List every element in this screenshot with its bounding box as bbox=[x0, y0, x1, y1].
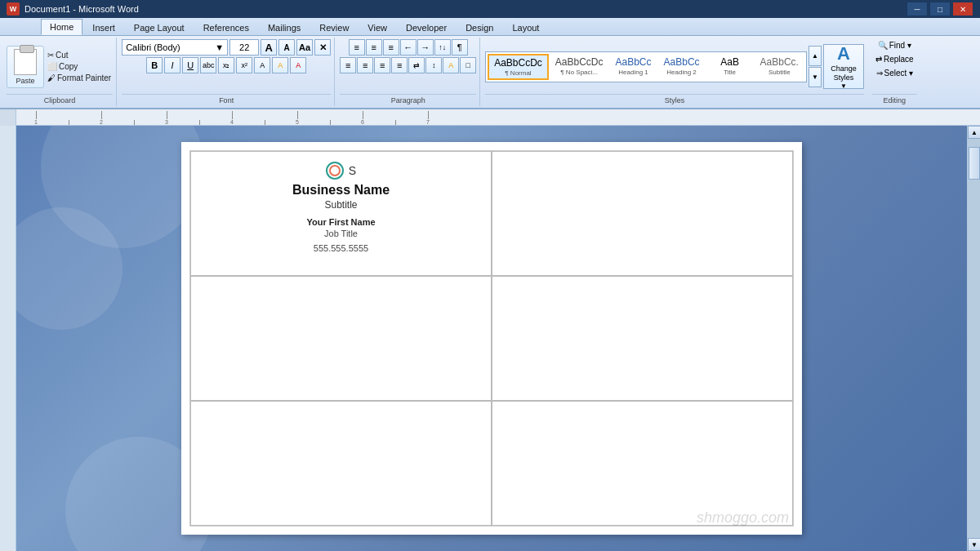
tab-review[interactable]: Review bbox=[310, 20, 358, 35]
bullets-button[interactable]: ≡ bbox=[349, 39, 365, 56]
card-cell-top-left[interactable]: S Business Name Subtitle Your First Name… bbox=[190, 151, 492, 276]
minimize-button[interactable]: ─ bbox=[906, 2, 928, 16]
card-cell-top-right[interactable] bbox=[492, 151, 793, 276]
replace-button[interactable]: ⇄ Replace bbox=[872, 53, 917, 65]
find-button[interactable]: 🔍 Find ▾ bbox=[875, 39, 915, 51]
align-left-button[interactable]: ≡ bbox=[340, 57, 356, 73]
justify-button[interactable]: ≡ bbox=[391, 57, 408, 73]
font-family-dropdown[interactable]: Calibri (Body) ▼ bbox=[122, 39, 228, 56]
style-h2-label: Heading 2 bbox=[664, 69, 700, 76]
tab-insert[interactable]: Insert bbox=[83, 20, 124, 35]
title-bar: W Document1 - Microsoft Word ─ □ ✕ bbox=[0, 0, 980, 18]
tab-home[interactable]: Home bbox=[41, 19, 82, 35]
tab-view[interactable]: View bbox=[359, 20, 396, 35]
style-normal-label: ¶ Normal bbox=[494, 69, 542, 77]
superscript-button[interactable]: x² bbox=[236, 57, 252, 73]
main-area: S Business Name Subtitle Your First Name… bbox=[0, 126, 980, 551]
subscript-button[interactable]: x₂ bbox=[218, 57, 234, 73]
card-person-name: Your First Name bbox=[306, 217, 375, 227]
cut-button[interactable]: ✂ Cut bbox=[46, 50, 113, 60]
editing-section: 🔍 Find ▾ ⇄ Replace ⇒ Select ▾ Editing bbox=[869, 38, 920, 106]
close-button[interactable]: ✕ bbox=[952, 2, 973, 16]
paintbrush-icon: 🖌 bbox=[47, 73, 56, 82]
style-heading2[interactable]: AaBbCc Heading 2 bbox=[658, 54, 706, 80]
style-heading1[interactable]: AaBbCc Heading 1 bbox=[610, 54, 657, 80]
scrollbar-thumb[interactable] bbox=[969, 147, 980, 180]
show-marks-button[interactable]: ¶ bbox=[452, 39, 468, 56]
clear-formatting-button[interactable]: ✕ bbox=[314, 39, 331, 56]
tab-layout[interactable]: Layout bbox=[503, 20, 548, 35]
change-styles-button[interactable]: A ChangeStyles ▼ bbox=[823, 44, 864, 89]
tab-references[interactable]: References bbox=[194, 20, 258, 35]
style-no-spacing[interactable]: AaBbCcDc ¶ No Spaci... bbox=[550, 54, 609, 80]
change-case-button[interactable]: Aа bbox=[296, 39, 313, 56]
document-area[interactable]: S Business Name Subtitle Your First Name… bbox=[16, 126, 967, 551]
style-normal[interactable]: AaBbCcDc ¶ Normal bbox=[488, 54, 549, 80]
style-subtitle[interactable]: AaBbCc. Subtitle bbox=[755, 54, 804, 80]
increase-indent-button[interactable]: → bbox=[417, 39, 434, 56]
ruler-mark bbox=[379, 120, 412, 125]
ruler-mark: 6 bbox=[346, 111, 379, 125]
paste-button[interactable]: Paste bbox=[7, 46, 44, 88]
format-painter-button[interactable]: 🖌 Format Painter bbox=[46, 73, 113, 83]
bold-button[interactable]: B bbox=[146, 57, 163, 73]
borders-button[interactable]: □ bbox=[460, 57, 476, 73]
multilevel-button[interactable]: ≡ bbox=[383, 39, 399, 56]
scrollbar-track[interactable] bbox=[968, 139, 980, 538]
numbering-button[interactable]: ≡ bbox=[366, 39, 382, 56]
highlight-button[interactable]: A bbox=[272, 57, 288, 73]
vertical-scrollbar[interactable]: ▲ ▼ bbox=[967, 126, 980, 551]
styles-scroll-down[interactable]: ▼ bbox=[808, 67, 822, 87]
font-color-button[interactable]: A bbox=[290, 57, 306, 73]
replace-icon: ⇄ bbox=[875, 55, 882, 64]
tab-mailings[interactable]: Mailings bbox=[259, 20, 310, 35]
replace-label: Replace bbox=[884, 55, 914, 64]
font-size-dropdown[interactable]: 22 bbox=[229, 39, 259, 56]
ruler-mark bbox=[118, 120, 150, 125]
card-business-name: Business Name bbox=[292, 183, 390, 198]
line-spacing-button[interactable]: ↕ bbox=[425, 57, 442, 73]
title-bar-controls: ─ □ ✕ bbox=[906, 2, 973, 16]
underline-button[interactable]: U bbox=[182, 57, 198, 73]
change-styles-label: ChangeStyles bbox=[831, 64, 857, 82]
align-right-button[interactable]: ≡ bbox=[374, 57, 390, 73]
paste-label: Paste bbox=[16, 77, 34, 85]
ruler-mark bbox=[183, 120, 216, 125]
tab-developer[interactable]: Developer bbox=[397, 20, 456, 35]
shading-button[interactable]: A bbox=[443, 57, 459, 73]
style-nospace-label: ¶ No Spaci... bbox=[555, 69, 604, 76]
italic-button[interactable]: I bbox=[164, 57, 180, 73]
style-h1-preview: AaBbCc bbox=[616, 56, 652, 68]
decrease-indent-button[interactable]: ← bbox=[400, 39, 416, 56]
tab-design[interactable]: Design bbox=[457, 20, 502, 35]
ruler-row: 1 2 3 4 5 6 7 bbox=[0, 109, 980, 126]
para-row-1: ≡ ≡ ≡ ← → ↑↓ ¶ bbox=[349, 39, 468, 56]
select-button[interactable]: ⇒ Select ▾ bbox=[873, 67, 917, 79]
style-normal-preview: AaBbCcDc bbox=[494, 57, 542, 69]
clear-icon: ✕ bbox=[319, 42, 327, 53]
tab-page-layout[interactable]: Page Layout bbox=[125, 20, 194, 35]
font-family-arrow: ▼ bbox=[215, 42, 224, 52]
sort-button[interactable]: ↑↓ bbox=[434, 39, 451, 56]
card-cell-middle-left[interactable] bbox=[190, 276, 492, 401]
font-shrink-icon: A bbox=[284, 43, 290, 52]
para-row-2: ≡ ≡ ≡ ≡ ⇄ ↕ A □ bbox=[340, 57, 476, 73]
ltr-rtl-button[interactable]: ⇄ bbox=[408, 57, 425, 73]
style-nospace-preview: AaBbCcDc bbox=[555, 56, 604, 68]
styles-scroll-up[interactable]: ▲ bbox=[808, 46, 822, 66]
copy-icon: ⬜ bbox=[47, 62, 57, 71]
font-shrink-button[interactable]: A bbox=[278, 39, 295, 56]
editing-label: Editing bbox=[872, 94, 917, 104]
style-title[interactable]: AaB Title bbox=[706, 54, 754, 80]
scrollbar-down-button[interactable]: ▼ bbox=[968, 538, 980, 551]
font-grow-button[interactable]: A bbox=[261, 39, 277, 56]
text-effects-button[interactable]: A bbox=[254, 57, 270, 73]
align-center-button[interactable]: ≡ bbox=[357, 57, 373, 73]
maximize-button[interactable]: □ bbox=[929, 2, 951, 16]
card-cell-bottom-right[interactable] bbox=[492, 401, 793, 526]
copy-button[interactable]: ⬜ Copy bbox=[46, 61, 113, 72]
card-cell-bottom-left[interactable] bbox=[190, 401, 492, 526]
strikethrough-button[interactable]: abc bbox=[200, 57, 216, 73]
scrollbar-up-button[interactable]: ▲ bbox=[968, 126, 980, 139]
card-cell-middle-right[interactable] bbox=[492, 276, 793, 401]
